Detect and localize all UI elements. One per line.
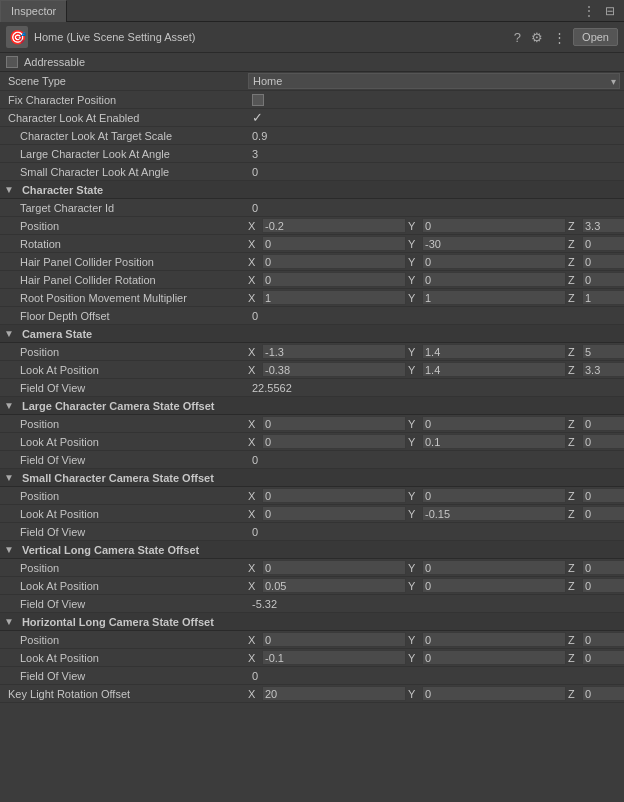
- help-icon[interactable]: ?: [511, 29, 524, 46]
- asset-icon: 🎯: [6, 26, 28, 48]
- settings-icon[interactable]: ⚙: [528, 29, 546, 46]
- small-lookat-x[interactable]: [262, 506, 406, 521]
- hair-collider-pos-label: Hair Panel Collider Position: [0, 256, 248, 268]
- small-pos-y[interactable]: [422, 488, 566, 503]
- horiz-long-pos-x[interactable]: [262, 632, 406, 647]
- horiz-long-lookat-x[interactable]: [262, 650, 406, 665]
- char-position-xyz: X Y Z: [248, 218, 624, 233]
- key-light-rot-z[interactable]: [582, 686, 624, 701]
- addressable-row: Addressable: [0, 53, 624, 72]
- cam-fov-label: Field Of View: [0, 382, 248, 394]
- large-lookat-x[interactable]: [262, 434, 406, 449]
- floor-depth-value[interactable]: 0: [248, 310, 624, 322]
- vert-long-pos-z[interactable]: [582, 560, 624, 575]
- large-look-at-angle-label: Large Character Look At Angle: [0, 148, 248, 160]
- vert-long-pos-row: Position X Y Z: [0, 559, 624, 577]
- large-lookat-y[interactable]: [422, 434, 566, 449]
- small-look-at-angle-value[interactable]: 0: [248, 166, 624, 178]
- char-pos-x-input[interactable]: [262, 218, 406, 233]
- horiz-long-lookat-y[interactable]: [422, 650, 566, 665]
- hair-col-rot-z-input[interactable]: [582, 272, 624, 287]
- look-at-enabled-row: Character Look At Enabled ✓: [0, 109, 624, 127]
- large-pos-y[interactable]: [422, 416, 566, 431]
- inspector-tab[interactable]: Inspector: [0, 0, 67, 22]
- char-pos-z-input[interactable]: [582, 218, 624, 233]
- character-state-section[interactable]: ▼ Character State: [0, 181, 624, 199]
- horiz-long-pos-y[interactable]: [422, 632, 566, 647]
- scene-type-select[interactable]: Home: [248, 73, 620, 89]
- overflow-icon[interactable]: ⋮: [550, 29, 569, 46]
- target-char-id-label: Target Character Id: [0, 202, 248, 214]
- hair-col-rot-y-input[interactable]: [422, 272, 566, 287]
- cam-lookat-z-input[interactable]: [582, 362, 624, 377]
- hair-col-rot-x-input[interactable]: [262, 272, 406, 287]
- large-pos-z[interactable]: [582, 416, 624, 431]
- vert-long-lookat-y[interactable]: [422, 578, 566, 593]
- small-offset-fov-value[interactable]: 0: [248, 526, 624, 538]
- large-pos-x[interactable]: [262, 416, 406, 431]
- root-pos-mult-xyz: X Y Z: [248, 290, 624, 305]
- fix-char-pos-checkbox[interactable]: [252, 94, 264, 106]
- root-mult-z-input[interactable]: [582, 290, 624, 305]
- hair-collider-pos-xyz: X Y Z: [248, 254, 624, 269]
- horiz-long-pos-z[interactable]: [582, 632, 624, 647]
- cam-lookat-x-input[interactable]: [262, 362, 406, 377]
- char-rot-z-input[interactable]: [582, 236, 624, 251]
- small-lookat-y[interactable]: [422, 506, 566, 521]
- hair-collider-rot-xyz: X Y Z: [248, 272, 624, 287]
- hair-collider-rot-label: Hair Panel Collider Rotation: [0, 274, 248, 286]
- more-options-icon[interactable]: ⋮: [580, 3, 598, 19]
- vert-long-fov-value[interactable]: -5.32: [248, 598, 624, 610]
- key-light-rot-y[interactable]: [422, 686, 566, 701]
- horiz-long-lookat-z[interactable]: [582, 650, 624, 665]
- small-offset-lookat-row: Look At Position X Y Z: [0, 505, 624, 523]
- hair-col-pos-x-input[interactable]: [262, 254, 406, 269]
- vert-long-lookat-z[interactable]: [582, 578, 624, 593]
- cam-pos-y-input[interactable]: [422, 344, 566, 359]
- scene-type-row: Scene Type Home: [0, 72, 624, 91]
- horiz-long-fov-value[interactable]: 0: [248, 670, 624, 682]
- vert-long-pos-x[interactable]: [262, 560, 406, 575]
- vert-long-pos-y[interactable]: [422, 560, 566, 575]
- large-look-at-angle-value[interactable]: 3: [248, 148, 624, 160]
- look-at-scale-value[interactable]: 0.9: [248, 130, 624, 142]
- small-char-offset-section[interactable]: ▼ Small Character Camera State Offset: [0, 469, 624, 487]
- small-pos-x[interactable]: [262, 488, 406, 503]
- root-mult-y-input[interactable]: [422, 290, 566, 305]
- small-offset-lookat-label: Look At Position: [0, 508, 248, 520]
- hair-col-pos-y-input[interactable]: [422, 254, 566, 269]
- tab-label: Inspector: [11, 5, 56, 17]
- char-rot-x-input[interactable]: [262, 236, 406, 251]
- vert-long-lookat-x[interactable]: [262, 578, 406, 593]
- target-char-id-value[interactable]: 0: [248, 202, 624, 214]
- camera-state-section[interactable]: ▼ Camera State: [0, 325, 624, 343]
- cam-lookat-y-input[interactable]: [422, 362, 566, 377]
- cam-position-row: Position X Y Z: [0, 343, 624, 361]
- char-rot-x-label: X: [248, 238, 260, 250]
- large-char-offset-section[interactable]: ▼ Large Character Camera State Offset: [0, 397, 624, 415]
- addressable-checkbox[interactable]: [6, 56, 18, 68]
- small-lookat-z[interactable]: [582, 506, 624, 521]
- small-pos-z[interactable]: [582, 488, 624, 503]
- large-offset-fov-value[interactable]: 0: [248, 454, 624, 466]
- cam-fov-row: Field Of View 22.5562: [0, 379, 624, 397]
- hair-col-pos-z-input[interactable]: [582, 254, 624, 269]
- large-lookat-z[interactable]: [582, 434, 624, 449]
- char-rot-y-input[interactable]: [422, 236, 566, 251]
- cam-pos-z-input[interactable]: [582, 344, 624, 359]
- layout-icon[interactable]: ⊟: [602, 3, 618, 19]
- horiz-long-triangle: ▼: [4, 616, 14, 627]
- cam-fov-value[interactable]: 22.5562: [248, 382, 624, 394]
- large-offset-fov-label: Field Of View: [0, 454, 248, 466]
- key-light-rot-x[interactable]: [262, 686, 406, 701]
- root-mult-x-input[interactable]: [262, 290, 406, 305]
- vertical-long-section[interactable]: ▼ Vertical Long Camera State Offset: [0, 541, 624, 559]
- vert-long-fov-row: Field Of View -5.32: [0, 595, 624, 613]
- scene-type-select-wrapper[interactable]: Home: [248, 73, 624, 89]
- char-pos-y-input[interactable]: [422, 218, 566, 233]
- open-button[interactable]: Open: [573, 28, 618, 46]
- addressable-label: Addressable: [24, 56, 85, 68]
- cam-pos-x-input[interactable]: [262, 344, 406, 359]
- horiz-long-section[interactable]: ▼ Horizontal Long Camera State Offset: [0, 613, 624, 631]
- vert-long-lookat-row: Look At Position X Y Z: [0, 577, 624, 595]
